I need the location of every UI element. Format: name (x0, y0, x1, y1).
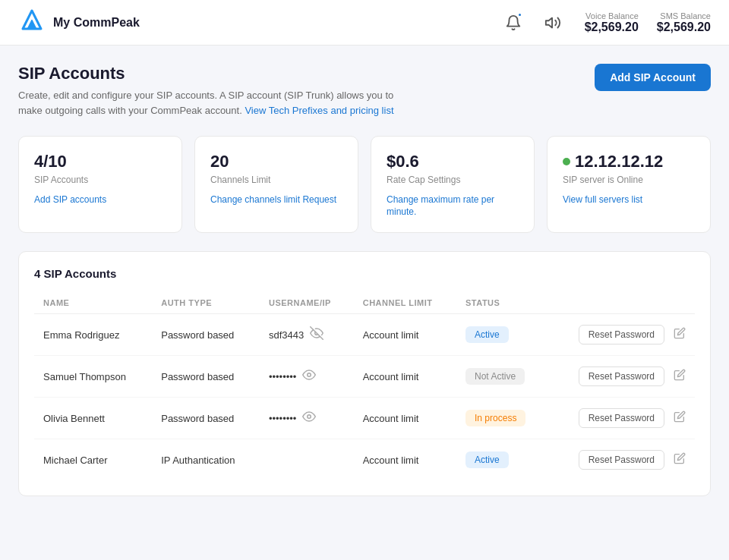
header-icons (500, 9, 566, 36)
status-badge: In process (465, 410, 525, 426)
cell-name: Samuel Thompson (34, 356, 152, 398)
status-badge: Active (465, 451, 509, 468)
stat-value-sip: 4/10 (34, 152, 166, 171)
section-title: 4 SIP Accounts (34, 267, 695, 280)
balance-group: Voice Balance $2,569.20 SMS Balance $2,5… (585, 11, 711, 34)
cell-username: sdf3443 (260, 314, 354, 356)
cell-actions: Reset Password (548, 398, 695, 439)
cell-actions: Reset Password (548, 314, 695, 356)
cell-name: Michael Carter (34, 439, 152, 481)
edit-icon[interactable] (674, 327, 686, 342)
cell-auth-type: Password based (152, 356, 260, 398)
cell-channel-limit: Account limit (354, 356, 456, 398)
page-subtitle: Create, edit and configure your SIP acco… (18, 88, 413, 118)
logo: My CommPeak (18, 8, 140, 37)
app-header: My CommPeak Voice Balance $2 (0, 0, 729, 46)
col-auth-type: AUTH TYPE (152, 292, 260, 314)
stat-link-rate[interactable]: Change maximum rate per minute. (387, 194, 494, 217)
stat-value-channels: 20 (210, 152, 342, 171)
eye-icon[interactable] (310, 326, 323, 343)
cell-channel-limit: Account limit (354, 439, 456, 481)
col-channel-limit: CHANNEL LIMIT (354, 292, 456, 314)
logo-text: My CommPeak (53, 16, 140, 30)
svg-point-3 (308, 373, 311, 377)
stat-link-channels[interactable]: Change channels limit Request (210, 194, 336, 205)
reset-password-button[interactable]: Reset Password (579, 450, 664, 470)
col-status: STATUS (456, 292, 548, 314)
stat-label-rate: Rate Cap Settings (387, 175, 519, 185)
notification-dot (517, 12, 522, 17)
svg-point-4 (308, 415, 311, 419)
cell-status: Active (456, 439, 548, 481)
col-actions (548, 292, 695, 314)
stat-link-server[interactable]: View full servers list (563, 194, 642, 205)
sms-balance: SMS Balance $2,569.20 (657, 11, 711, 34)
table-section: 4 SIP Accounts NAME AUTH TYPE USERNAME/I… (18, 251, 711, 496)
edit-icon[interactable] (674, 411, 686, 426)
table-row: Olivia Bennett Password based •••••••• A… (34, 398, 695, 439)
username-value: sdf3443 (269, 329, 304, 341)
page-header: SIP Accounts Create, edit and configure … (18, 64, 711, 118)
stat-value-server: 12.12.12.12 (563, 152, 695, 171)
eye-icon[interactable] (302, 368, 316, 385)
eye-icon[interactable] (302, 410, 316, 426)
table-row: Emma Rodriguez Password based sdf3443 Ac… (34, 314, 695, 356)
add-sip-account-button[interactable]: Add SIP Account (595, 64, 711, 91)
stat-value-rate: $0.6 (387, 152, 519, 171)
username-value: •••••••• (269, 413, 296, 424)
stat-label-server: SIP server is Online (563, 175, 695, 185)
stat-card-channels: 20 Channels Limit Change channels limit … (194, 136, 358, 233)
svg-marker-1 (545, 17, 551, 27)
table-row: Michael Carter IP Authantication Account… (34, 439, 695, 481)
page-title: SIP Accounts (18, 64, 413, 83)
stat-card-rate: $0.6 Rate Cap Settings Change maximum ra… (371, 136, 535, 233)
stat-label-sip: SIP Accounts (34, 175, 166, 185)
server-online-dot (563, 158, 570, 165)
edit-icon[interactable] (674, 452, 686, 467)
cell-name: Olivia Bennett (34, 398, 152, 439)
stat-card-sip-accounts: 4/10 SIP Accounts Add SIP accounts (18, 136, 182, 233)
stat-card-server: 12.12.12.12 SIP server is Online View fu… (547, 136, 711, 233)
col-name: NAME (34, 292, 152, 314)
cell-auth-type: Password based (152, 398, 260, 439)
cell-status: In process (456, 398, 548, 439)
tech-prefixes-link[interactable]: View Tech Prefixes and pricing list (245, 105, 393, 116)
status-badge: Active (465, 326, 509, 343)
cell-auth-type: Password based (152, 314, 260, 356)
sip-accounts-table: NAME AUTH TYPE USERNAME/IP CHANNEL LIMIT… (34, 292, 695, 480)
cell-status: Active (456, 314, 548, 356)
cell-channel-limit: Account limit (354, 398, 456, 439)
logo-icon (18, 8, 46, 37)
main-content: SIP Accounts Create, edit and configure … (0, 46, 729, 514)
cell-actions: Reset Password (548, 356, 695, 398)
cell-actions: Reset Password (548, 439, 695, 481)
notification-button[interactable] (500, 9, 527, 36)
cell-username: •••••••• (260, 356, 354, 398)
cell-channel-limit: Account limit (354, 314, 456, 356)
stat-link-sip[interactable]: Add SIP accounts (34, 194, 106, 205)
status-badge: Not Active (465, 368, 525, 385)
edit-icon[interactable] (674, 369, 686, 384)
col-username: USERNAME/IP (260, 292, 354, 314)
cell-status: Not Active (456, 356, 548, 398)
table-header-row: NAME AUTH TYPE USERNAME/IP CHANNEL LIMIT… (34, 292, 695, 314)
stat-label-channels: Channels Limit (210, 175, 342, 185)
reset-password-button[interactable]: Reset Password (579, 367, 664, 386)
page-header-text: SIP Accounts Create, edit and configure … (18, 64, 413, 118)
reset-password-button[interactable]: Reset Password (579, 325, 664, 344)
voice-balance: Voice Balance $2,569.20 (585, 11, 639, 34)
cell-name: Emma Rodriguez (34, 314, 152, 356)
stats-grid: 4/10 SIP Accounts Add SIP accounts 20 Ch… (18, 136, 711, 233)
cell-username: •••••••• (260, 398, 354, 439)
header-right: Voice Balance $2,569.20 SMS Balance $2,5… (500, 9, 711, 36)
cell-auth-type: IP Authantication (152, 439, 260, 481)
reset-password-button[interactable]: Reset Password (579, 408, 664, 428)
megaphone-button[interactable] (539, 9, 566, 36)
table-row: Samuel Thompson Password based •••••••• … (34, 356, 695, 398)
username-value: •••••••• (269, 371, 296, 382)
cell-username (260, 439, 354, 481)
